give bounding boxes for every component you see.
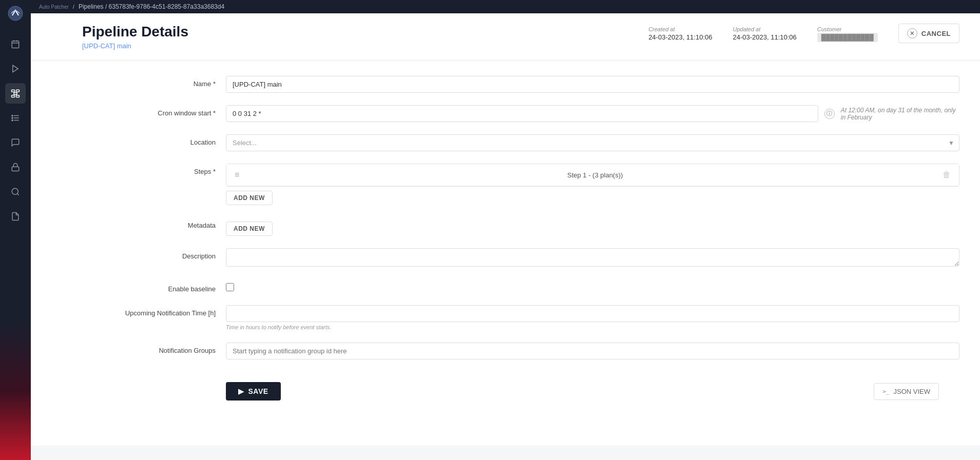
add-new-metadata-button[interactable]: ADD NEW (226, 222, 273, 236)
notification-time-label: Upcoming Notification Time [h] (82, 305, 226, 317)
notification-time-input[interactable] (226, 305, 959, 322)
cron-description: At 12:00 AM, on day 31 of the month, onl… (841, 107, 959, 121)
location-select[interactable]: Select... (226, 134, 959, 151)
sidebar-item-calendar[interactable] (5, 34, 26, 54)
cancel-label: CANCEL (921, 30, 951, 37)
enable-baseline-row: Enable baseline (82, 281, 959, 293)
description-input[interactable] (226, 248, 959, 267)
location-field-wrap: Select... ▼ (226, 134, 959, 151)
notification-groups-field-wrap (226, 343, 959, 359)
cron-input[interactable] (226, 105, 818, 122)
sidebar-item-document[interactable] (5, 206, 26, 227)
steps-field-wrap: ≡ Step 1 - (3 plan(s)) 🗑 ADD NEW (226, 164, 959, 205)
cron-info-button[interactable]: ⓘ (824, 109, 835, 119)
customer-label: Customer (817, 26, 878, 32)
cron-field-wrap: ⓘ At 12:00 AM, on day 31 of the month, o… (226, 105, 959, 122)
location-select-wrap: Select... ▼ (226, 134, 959, 151)
name-field-wrap (226, 76, 959, 93)
form-footer: ▶ SAVE >_ JSON VIEW (82, 372, 959, 411)
enable-baseline-checkbox-wrap (226, 281, 959, 291)
enable-baseline-label: Enable baseline (82, 281, 226, 293)
page-header: Pipeline Details [UPD-CAT] main Created … (31, 13, 980, 61)
app-name: Auto Patcher (39, 4, 69, 10)
add-new-step-button[interactable]: ADD NEW (226, 191, 273, 205)
created-at-label: Created at (648, 26, 712, 32)
svg-point-0 (8, 6, 23, 21)
svg-line-19 (17, 193, 18, 195)
save-button[interactable]: ▶ SAVE (226, 382, 281, 401)
notification-hint: Time in hours to notify before event sta… (226, 324, 959, 330)
content-area: Pipeline Details [UPD-CAT] main Created … (31, 13, 980, 460)
sidebar (0, 0, 31, 460)
cron-row: Cron window start * ⓘ At 12:00 AM, on da… (82, 105, 959, 122)
svg-point-15 (12, 117, 13, 118)
svg-rect-1 (12, 41, 19, 48)
sidebar-item-list[interactable] (5, 108, 26, 128)
location-row: Location Select... ▼ (82, 134, 959, 151)
steps-label: Steps * (82, 164, 226, 175)
topbar-separator: / (73, 4, 74, 10)
description-row: Description (82, 248, 959, 269)
cancel-x-icon: ✕ (907, 28, 917, 38)
page-title-block: Pipeline Details [UPD-CAT] main (82, 24, 188, 50)
svg-point-16 (12, 119, 13, 121)
svg-rect-6 (12, 90, 15, 92)
step-label: Step 1 - (3 plan(s)) (247, 171, 943, 179)
svg-rect-7 (16, 90, 20, 92)
table-row: ≡ Step 1 - (3 plan(s)) 🗑 (226, 164, 959, 186)
page-title: Pipeline Details (82, 24, 188, 40)
created-at-value: 24-03-2023, 11:10:06 (648, 33, 712, 41)
metadata-row: Metadata ADD NEW (82, 217, 959, 236)
svg-rect-8 (14, 93, 17, 95)
description-label: Description (82, 248, 226, 260)
page-subtitle: [UPD-CAT] main (82, 42, 188, 50)
sidebar-item-lock[interactable] (5, 157, 26, 177)
svg-marker-5 (13, 65, 18, 72)
notification-time-row: Upcoming Notification Time [h] Time in h… (82, 305, 959, 330)
svg-rect-10 (16, 95, 20, 97)
svg-point-14 (12, 115, 13, 116)
updated-at-label: Updated at (733, 26, 796, 32)
cancel-button[interactable]: ✕ CANCEL (898, 24, 959, 43)
svg-rect-9 (12, 95, 15, 97)
enable-baseline-field-wrap (226, 281, 959, 291)
notification-groups-input[interactable] (226, 343, 959, 359)
json-view-label: JSON VIEW (893, 388, 930, 395)
save-icon: ▶ (238, 387, 244, 395)
svg-point-18 (12, 188, 18, 194)
description-field-wrap (226, 248, 959, 269)
enable-baseline-checkbox[interactable] (226, 283, 234, 291)
json-icon: >_ (882, 388, 889, 395)
topbar: Auto Patcher / Pipelines / 635783fe-9786… (31, 0, 980, 13)
metadata-label: Metadata (82, 217, 226, 229)
breadcrumb: Pipelines / 635783fe-9786-4c51-8285-87a3… (79, 3, 224, 10)
updated-at-meta: Updated at 24-03-2023, 11:10:06 (733, 26, 796, 41)
created-at-meta: Created at 24-03-2023, 11:10:06 (648, 26, 712, 41)
name-row: Name * (82, 76, 959, 93)
name-label: Name * (82, 76, 226, 88)
cron-label: Cron window start * (82, 105, 226, 117)
steps-row: Steps * ≡ Step 1 - (3 plan(s)) 🗑 ADD NEW (82, 164, 959, 205)
delete-step-icon[interactable]: 🗑 (943, 170, 951, 179)
notification-time-field-wrap: Time in hours to notify before event sta… (226, 305, 959, 330)
name-input[interactable] (226, 76, 959, 93)
customer-badge: ████████████ (817, 33, 878, 42)
customer-meta: Customer ████████████ (817, 26, 878, 41)
notification-groups-row: Notification Groups (82, 343, 959, 359)
location-label: Location (82, 134, 226, 146)
sidebar-item-search[interactable] (5, 182, 26, 202)
main-content: Auto Patcher / Pipelines / 635783fe-9786… (31, 0, 980, 460)
steps-container: ≡ Step 1 - (3 plan(s)) 🗑 (226, 164, 959, 187)
drag-handle-icon[interactable]: ≡ (235, 170, 239, 179)
app-logo[interactable] (7, 5, 24, 22)
notification-groups-label: Notification Groups (82, 343, 226, 354)
save-label: SAVE (248, 387, 268, 395)
sidebar-item-pipeline[interactable] (5, 83, 26, 104)
customer-value: ████████████ (817, 33, 878, 41)
sidebar-item-chat[interactable] (5, 132, 26, 153)
svg-rect-17 (12, 167, 19, 171)
form-area: Name * Cron window start * ⓘ At 12:00 AM… (31, 61, 980, 446)
json-view-button[interactable]: >_ JSON VIEW (874, 383, 939, 400)
sidebar-item-play[interactable] (5, 58, 26, 79)
page-meta: Created at 24-03-2023, 11:10:06 Updated … (648, 24, 959, 43)
